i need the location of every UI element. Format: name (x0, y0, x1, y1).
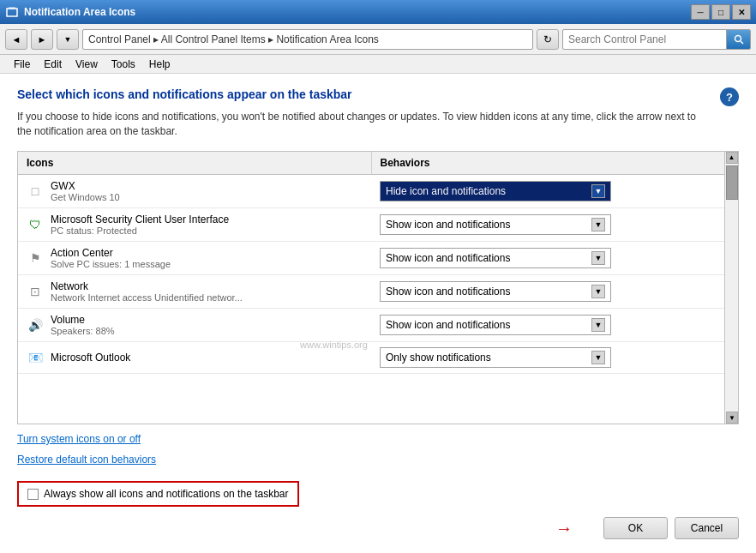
row-icon-3: ⊡ (27, 283, 44, 300)
table-row: ⚑ Action Center Solve PC issues: 1 messa… (18, 241, 724, 274)
icons-column-header: Icons (18, 152, 371, 175)
menu-view[interactable]: View (69, 57, 105, 72)
icons-table: Icons Behaviors □ GWX Get Windows 10 Hid… (18, 152, 724, 374)
behavior-label-4: Show icon and notifications (386, 319, 510, 331)
always-show-checkbox[interactable] (27, 489, 39, 500)
row-icon-2: ⚑ (27, 249, 44, 267)
table-row: □ GWX Get Windows 10 Hide icon and notif… (18, 174, 724, 207)
restore-link-row: Restore default icon behaviors (17, 454, 739, 466)
behavior-dropdown-2[interactable]: Show icon and notifications ▼ (380, 248, 611, 268)
icon-cell-4: 🔊 Volume Speakers: 88% (18, 308, 371, 341)
title-bar: Notification Area Icons ─ □ ✕ (0, 0, 756, 24)
address-bar: ◄ ► ▼ Control Panel ▸ All Control Panel … (0, 24, 756, 55)
behavior-label-1: Show icon and notifications (386, 219, 510, 231)
bottom-area: → OK Cancel (17, 507, 739, 539)
row-icon-4: 🔊 (27, 316, 44, 334)
cancel-button[interactable]: Cancel (675, 517, 739, 539)
menu-help[interactable]: Help (142, 57, 177, 72)
menu-edit[interactable]: Edit (37, 57, 69, 72)
behavior-cell-0: Hide icon and notifications ▼ (371, 174, 724, 207)
svg-rect-1 (9, 7, 15, 9)
search-input[interactable] (563, 33, 726, 45)
row-name-5: Microsoft Outlook (51, 352, 130, 364)
address-path[interactable]: Control Panel ▸ All Control Panel Items … (82, 29, 533, 50)
behavior-dropdown-4[interactable]: Show icon and notifications ▼ (380, 315, 611, 335)
arrow-hint: → (17, 519, 597, 538)
icon-cell-5: 📧 Microsoft Outlook (18, 341, 371, 373)
behavior-label-0: Hide icon and notifications (386, 185, 506, 197)
window-controls: ─ □ ✕ (691, 4, 751, 20)
table-row: 🛡 Microsoft Security Client User Interfa… (18, 207, 724, 241)
checkbox-container: Always show all icons and notifications … (17, 474, 739, 507)
checkbox-label: Always show all icons and notifications … (44, 488, 289, 500)
menu-tools[interactable]: Tools (105, 57, 142, 72)
main-content: Select which icons and notifications app… (0, 74, 756, 553)
icon-cell-1: 🛡 Microsoft Security Client User Interfa… (18, 207, 371, 241)
behavior-label-5: Only show notifications (386, 352, 491, 364)
arrow-icon: → (555, 519, 573, 538)
dropdown-arrow-0: ▼ (591, 184, 605, 198)
turn-off-link[interactable]: Turn system icons on or off (17, 433, 141, 445)
row-desc-2: Solve PC issues: 1 message (51, 259, 171, 269)
row-name-4: Volume (51, 314, 115, 326)
page-title: Select which icons and notifications app… (17, 87, 711, 101)
dropdown-arrow-4: ▼ (591, 318, 605, 332)
scrollbar[interactable]: ▲ ▼ (724, 152, 738, 424)
row-desc-3: Network Internet access Unidentified net… (51, 292, 243, 303)
icon-cell-2: ⚑ Action Center Solve PC issues: 1 messa… (18, 241, 371, 274)
behavior-label-2: Show icon and notifications (386, 252, 510, 264)
recent-pages-button[interactable]: ▼ (57, 29, 79, 50)
row-name-1: Microsoft Security Client User Interface (51, 213, 229, 225)
row-icon-1: 🛡 (27, 216, 44, 233)
behavior-cell-2: Show icon and notifications ▼ (371, 241, 724, 274)
close-button[interactable]: ✕ (732, 4, 751, 20)
menu-file[interactable]: File (7, 57, 37, 72)
behaviors-column-header: Behaviors (371, 152, 724, 175)
dropdown-arrow-5: ▼ (591, 351, 605, 364)
table-header-row: Icons Behaviors (18, 152, 724, 175)
behavior-dropdown-5[interactable]: Only show notifications ▼ (380, 347, 611, 368)
back-button[interactable]: ◄ (5, 29, 27, 50)
behavior-cell-1: Show icon and notifications ▼ (371, 207, 724, 241)
ok-button[interactable]: OK (603, 517, 668, 539)
table-row: 📧 Microsoft Outlook Only show notificati… (18, 341, 724, 373)
behavior-cell-5: Only show notifications ▼ (371, 341, 724, 373)
row-name-2: Action Center (51, 247, 171, 259)
restore-link[interactable]: Restore default icon behaviors (17, 454, 156, 466)
dropdown-arrow-3: ▼ (591, 285, 605, 298)
row-icon-0: □ (27, 183, 44, 200)
search-box (562, 29, 751, 50)
dropdown-arrow-1: ▼ (591, 218, 605, 231)
row-desc-1: PC status: Protected (51, 225, 229, 236)
minimize-button[interactable]: ─ (691, 4, 710, 20)
window-title: Notification Area Icons (24, 6, 691, 18)
svg-point-2 (735, 35, 741, 41)
row-icon-5: 📧 (27, 349, 44, 366)
behavior-cell-3: Show icon and notifications ▼ (371, 274, 724, 308)
turn-off-link-row: Turn system icons on or off (17, 433, 739, 445)
refresh-button[interactable]: ↻ (537, 29, 559, 50)
behavior-dropdown-1[interactable]: Show icon and notifications ▼ (380, 214, 611, 235)
row-name-0: GWX (51, 180, 120, 192)
checkbox-area: Always show all icons and notifications … (17, 481, 299, 507)
row-name-3: Network (51, 280, 243, 292)
dropdown-arrow-2: ▼ (591, 251, 605, 265)
table-row: 🔊 Volume Speakers: 88% Show icon and not… (18, 308, 724, 341)
page-description: If you choose to hide icons and notifica… (17, 110, 711, 139)
behavior-dropdown-3[interactable]: Show icon and notifications ▼ (380, 281, 611, 302)
window-icon (5, 5, 19, 19)
icon-cell-0: □ GWX Get Windows 10 (18, 174, 371, 207)
svg-rect-0 (7, 9, 17, 16)
icon-cell-3: ⊡ Network Network Internet access Uniden… (18, 274, 371, 308)
help-button[interactable]: ? (720, 87, 739, 106)
behavior-cell-4: Show icon and notifications ▼ (371, 308, 724, 341)
table-row: ⊡ Network Network Internet access Uniden… (18, 274, 724, 308)
menu-bar: File Edit View Tools Help (0, 55, 756, 74)
row-desc-0: Get Windows 10 (51, 192, 120, 202)
behavior-dropdown-0[interactable]: Hide icon and notifications ▼ (380, 181, 611, 201)
maximize-button[interactable]: □ (711, 4, 730, 20)
search-button[interactable] (726, 30, 750, 49)
row-desc-4: Speakers: 88% (51, 326, 115, 336)
behavior-label-3: Show icon and notifications (386, 286, 510, 298)
forward-button[interactable]: ► (31, 29, 53, 50)
